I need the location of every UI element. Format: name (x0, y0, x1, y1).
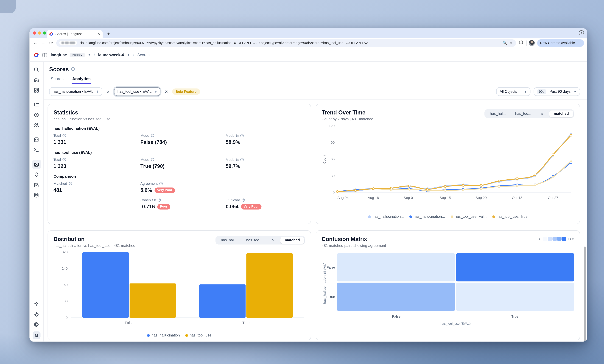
trend-tab-score1[interactable]: has_hal... (486, 110, 510, 117)
legend-item[interactable]: has_tool_use: True (492, 215, 528, 219)
reload-icon[interactable]: ⟳ (49, 40, 54, 45)
confusion-cell-True-False[interactable] (337, 283, 455, 311)
help-icon[interactable]: ? (240, 134, 244, 137)
info-icon[interactable]: i (71, 67, 75, 71)
remove-score2-button[interactable]: ✕ (164, 89, 169, 94)
legend-dot (185, 334, 188, 337)
browser-tab[interactable]: Scores | Langfuse ✕ (47, 30, 103, 38)
project-name[interactable]: launchweek-4 (98, 53, 124, 57)
legend-item[interactable]: has_hallucination... (409, 215, 445, 219)
distribution-tab-all[interactable]: all (267, 237, 280, 244)
org-chevron-down-icon[interactable]: ▼ (88, 53, 91, 56)
sidebar-item-users[interactable] (32, 120, 41, 130)
help-icon[interactable]: ? (63, 158, 66, 161)
forward-icon[interactable]: → (41, 40, 46, 45)
sidebar-item-tracing[interactable] (32, 100, 41, 109)
page-scrollbar[interactable] (584, 247, 586, 342)
user-avatar[interactable]: M (32, 331, 40, 339)
sidebar-item-search[interactable] (32, 65, 41, 74)
sidebar-item-sessions[interactable] (32, 110, 41, 120)
help-icon[interactable]: ? (158, 199, 161, 202)
url-text[interactable]: cloud.langfuse.com/project/cmhnuoj660007… (79, 41, 500, 45)
project-chevron-down-icon[interactable]: ▼ (127, 53, 130, 56)
stat-metric: Mode %?59.7% (226, 158, 305, 169)
browser-menu-icon[interactable]: ⋮ (577, 41, 581, 45)
legend-item[interactable]: has_hallucination (147, 333, 180, 337)
score1-select[interactable]: has_hallucination • EVAL ▲▼ (49, 87, 102, 96)
confusion-cell-False-True[interactable] (456, 253, 574, 281)
trend-tab-score2[interactable]: has_too... (511, 110, 536, 117)
trend-tab-matched[interactable]: matched (549, 110, 573, 117)
minimize-window-button[interactable] (38, 31, 41, 35)
langfuse-favicon (49, 32, 54, 36)
svg-text:Oct 13: Oct 13 (512, 196, 522, 200)
list-tree-icon (34, 101, 39, 108)
stat-metric: Matched?481 (53, 182, 140, 193)
sidebar-item-whats-new[interactable] (32, 299, 41, 309)
org-name[interactable]: langfuse (51, 53, 67, 57)
statistics-title: Statistics (53, 109, 305, 115)
score2-select[interactable]: has_tool_use • EVAL ▲▼ (114, 87, 161, 96)
url-bar[interactable]: cloud.langfuse.com/project/cmhnuoj660007… (56, 39, 516, 47)
confusion-cell-True-True[interactable] (456, 283, 574, 311)
zoom-page-icon[interactable]: 🔍 (503, 41, 507, 45)
stat-metric: Mode?False (784) (140, 134, 226, 145)
svg-text:0: 0 (333, 191, 335, 195)
close-window-button[interactable] (33, 31, 36, 35)
legend-dot (368, 215, 371, 218)
distribution-legend: has_hallucinationhas_tool_use (53, 333, 305, 337)
site-permissions-chip[interactable] (60, 41, 77, 45)
trend-title: Trend Over Time (322, 109, 373, 115)
help-icon[interactable]: ? (159, 182, 163, 185)
remove-score1-button[interactable]: ✕ (106, 89, 111, 94)
object-type-select[interactable]: All Objects ▼ (496, 87, 530, 96)
distribution-title: Distribution (53, 236, 135, 242)
tab-analytics[interactable]: Analytics (71, 76, 91, 84)
legend-item[interactable]: has_hallucination... (368, 215, 404, 219)
legend-item[interactable]: has_tool_use (185, 333, 211, 337)
distribution-tab-score1[interactable]: has_hal... (217, 237, 241, 244)
trend-tab-all[interactable]: all (536, 110, 549, 117)
help-icon[interactable]: ? (242, 199, 245, 202)
help-icon[interactable]: ? (63, 134, 66, 137)
users-icon (34, 122, 39, 128)
sidebar-toggle-icon[interactable] (42, 52, 48, 58)
chevron-down-icon: ▼ (574, 90, 577, 93)
sidebar-item-evals[interactable] (32, 170, 41, 179)
breadcrumb-divider: / (94, 52, 95, 57)
extensions-puzzle-icon[interactable] (518, 40, 524, 46)
distribution-bar-chart: 080160240320FalseTrue (53, 248, 305, 333)
confusion-cell-False-False[interactable] (337, 253, 455, 281)
maximize-window-button[interactable] (43, 31, 46, 35)
sidebar-item-home[interactable] (32, 75, 41, 85)
help-icon[interactable]: ? (240, 158, 244, 161)
sidebar-item-playground[interactable] (32, 145, 41, 155)
chrome-update-button[interactable]: New Chrome available ⋮ (537, 39, 584, 47)
sidebar-item-datasets[interactable] (32, 190, 41, 200)
help-icon[interactable]: ? (151, 134, 154, 137)
bookmark-star-icon[interactable]: ☆ (509, 41, 513, 45)
legend-item[interactable]: has_tool_use: Fal... (451, 215, 487, 219)
sidebar-item-settings[interactable] (32, 309, 41, 319)
sidebar-item-support[interactable] (32, 320, 41, 329)
tab-scores[interactable]: Scores (50, 76, 64, 84)
back-icon[interactable]: ← (33, 40, 38, 45)
sidebar-item-scores[interactable] (32, 160, 41, 169)
sidebar-item-prompts[interactable] (32, 135, 41, 144)
tab-search-icon[interactable]: ▾ (579, 30, 584, 36)
sidebar-item-dashboards[interactable] (32, 85, 41, 95)
help-icon[interactable]: ? (151, 158, 154, 161)
confusion-column-labels: FalseTrue (337, 314, 574, 318)
svg-text:Count: Count (323, 155, 326, 163)
window-controls[interactable] (33, 31, 46, 35)
sidebar-item-annotation[interactable] (32, 180, 41, 189)
tab-close-icon[interactable]: ✕ (97, 32, 100, 36)
section-heading: has_hallucination (EVAL) (53, 126, 305, 131)
new-tab-button[interactable]: + (106, 31, 111, 37)
profile-avatar[interactable] (529, 40, 535, 46)
help-icon[interactable]: ? (69, 182, 72, 185)
row-label: False (327, 253, 337, 281)
distribution-tab-score2[interactable]: has_too... (242, 237, 267, 244)
distribution-tab-matched[interactable]: matched (280, 237, 304, 244)
date-range-select[interactable]: 90d Past 90 days ▼ (534, 87, 580, 96)
